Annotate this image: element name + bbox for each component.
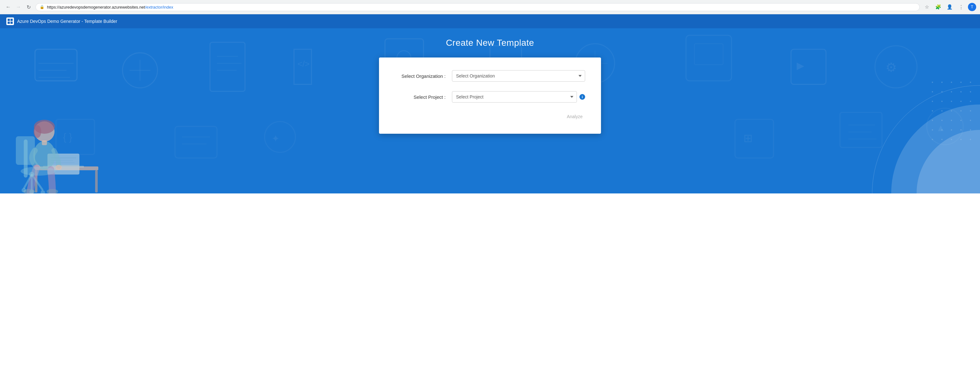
address-bar[interactable]: 🔒 https://azuredevopsdemogenerator.azure…	[35, 3, 920, 11]
app-logo	[6, 18, 14, 25]
nav-buttons: ← → ↻	[4, 3, 33, 11]
project-control-wrapper: Select Project i	[452, 91, 585, 102]
organization-row: Select Organization : Select Organizatio…	[395, 70, 585, 82]
svg-point-116	[932, 139, 933, 140]
extensions-button[interactable]: 🧩	[934, 3, 943, 11]
analyze-button[interactable]: Analyze	[564, 112, 585, 121]
svg-point-74	[47, 189, 58, 193]
svg-point-72	[56, 165, 62, 170]
svg-rect-70	[42, 141, 47, 145]
project-select[interactable]: Select Project	[452, 91, 577, 102]
back-button[interactable]: ←	[4, 3, 13, 11]
form-actions: Analyze	[395, 112, 585, 121]
svg-point-76	[22, 188, 26, 192]
organization-control-wrapper: Select Organization	[452, 70, 585, 82]
organization-label: Select Organization :	[395, 74, 445, 79]
url-text: https://azuredevopsdemogenerator.azurewe…	[47, 5, 916, 10]
hero-section: </> ▶ ⚙ { } ✦ ⊞ ▲	[0, 28, 980, 193]
browser-chrome: ← → ↻ 🔒 https://azuredevopsdemogenerator…	[0, 0, 980, 14]
project-label: Select Project :	[395, 94, 445, 100]
forward-button[interactable]: →	[14, 3, 23, 11]
svg-rect-2	[8, 22, 10, 24]
more-button[interactable]: ⋮	[956, 3, 966, 11]
bookmark-button[interactable]: ☆	[922, 3, 931, 11]
browser-actions: ☆ 🧩 👤 ⋮ T	[922, 3, 976, 11]
svg-point-117	[941, 139, 943, 140]
svg-point-78	[41, 190, 45, 193]
svg-text:✦: ✦	[272, 133, 280, 144]
svg-rect-1	[11, 19, 13, 21]
svg-point-75	[21, 167, 56, 176]
user-avatar[interactable]: T	[968, 3, 976, 11]
profile-icon[interactable]: 👤	[945, 3, 954, 11]
app-header: Azure DevOps Demo Generator - Template B…	[0, 14, 980, 28]
hero-content: Create New Template Select Organization …	[0, 28, 980, 134]
lock-icon: 🔒	[40, 5, 45, 9]
project-info-icon[interactable]: i	[579, 94, 585, 100]
form-card: Select Organization : Select Organizatio…	[379, 58, 601, 134]
page-title: Create New Template	[446, 38, 534, 48]
refresh-button[interactable]: ↻	[24, 3, 33, 11]
svg-point-118	[951, 139, 952, 140]
app-title: Azure DevOps Demo Generator - Template B…	[17, 19, 117, 24]
project-row: Select Project : Select Project i	[395, 91, 585, 102]
svg-rect-0	[8, 19, 10, 21]
organization-select[interactable]: Select Organization	[452, 70, 585, 82]
svg-rect-3	[11, 22, 13, 24]
svg-point-82	[29, 172, 34, 177]
svg-point-119	[960, 139, 962, 140]
svg-rect-59	[95, 170, 98, 192]
svg-point-120	[970, 139, 971, 140]
